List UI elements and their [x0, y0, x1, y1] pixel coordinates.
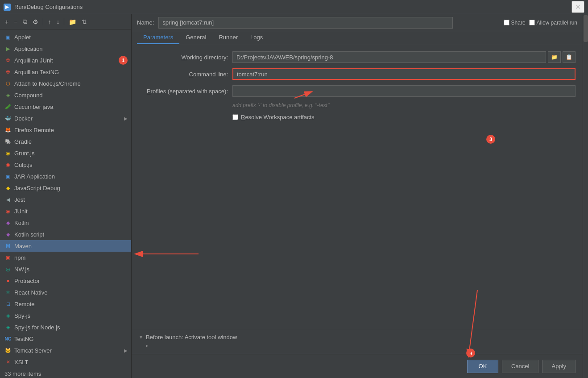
- sidebar-item-label-jar: JAR Application: [14, 173, 128, 180]
- working-dir-folder-btn[interactable]: 📁: [548, 51, 561, 63]
- sidebar-item-docker[interactable]: 🐳 Docker ▶: [0, 112, 131, 124]
- tab-parameters[interactable]: Parameters: [137, 31, 179, 44]
- gulpjs-icon: ◉: [4, 161, 12, 168]
- apply-button[interactable]: Apply: [542, 360, 576, 373]
- before-launch-toggle[interactable]: ▼: [139, 335, 143, 340]
- sidebar-item-kotlin-script[interactable]: ◆ Kotlin script: [0, 228, 131, 240]
- applet-icon: ▣: [4, 33, 12, 41]
- sidebar-item-arquillian-junit[interactable]: ☢ Arquillian JUnit 1: [0, 54, 131, 66]
- tab-runner[interactable]: Runner: [212, 31, 244, 44]
- resolve-checkbox[interactable]: [232, 114, 238, 120]
- sidebar-item-cucumber[interactable]: 🥒 Cucumber java: [0, 101, 131, 112]
- sidebar-item-gruntjs[interactable]: ◉ Grunt.js: [0, 147, 131, 159]
- sidebar-item-js-debug[interactable]: ◆ JavaScript Debug: [0, 182, 131, 194]
- profiles-input[interactable]: [232, 85, 576, 97]
- ok-button[interactable]: OK: [467, 360, 498, 373]
- tab-general[interactable]: General: [179, 31, 212, 44]
- sidebar-item-npm[interactable]: ▣ npm: [0, 252, 131, 263]
- share-area: Share Allow parallel run: [504, 20, 577, 26]
- nwjs-icon: ◎: [4, 266, 12, 273]
- sidebar-item-arquillian-testng[interactable]: ☢ Arquillian TestNG: [0, 66, 131, 78]
- sidebar-item-spy-js[interactable]: ◈ Spy-js: [0, 310, 131, 321]
- sidebar-item-label-xslt: XSLT: [14, 359, 128, 366]
- tab-logs[interactable]: Logs: [244, 31, 269, 44]
- gruntjs-icon: ◉: [4, 150, 12, 157]
- sidebar-item-firefox[interactable]: 🦊 Firefox Remote: [0, 124, 131, 136]
- toolbar-separator-1: [43, 18, 43, 25]
- sidebar-item-label-compound: Compound: [14, 92, 128, 99]
- move-down-button[interactable]: ↓: [54, 17, 62, 27]
- close-button[interactable]: ✕: [571, 1, 584, 13]
- toolbar-separator-2: [64, 18, 64, 25]
- tomcat-arrow: ▶: [124, 348, 128, 353]
- parallel-label[interactable]: Allow parallel run: [529, 20, 577, 26]
- copy-config-button[interactable]: ⧉: [21, 17, 29, 27]
- sidebar-item-more[interactable]: 33 more items: [0, 368, 131, 378]
- working-dir-input[interactable]: [232, 51, 546, 63]
- sidebar-item-label-arquillian-junit: Arquillian JUnit: [14, 57, 128, 64]
- share-checkbox[interactable]: [504, 20, 509, 25]
- cucumber-icon: 🥒: [4, 103, 12, 110]
- sidebar-item-label-applet: Applet: [14, 34, 128, 41]
- folder-button[interactable]: 📁: [66, 17, 79, 27]
- tomcat-icon: 🐱: [4, 347, 12, 354]
- step3-badge: 3: [486, 135, 495, 144]
- firefox-icon: 🦊: [4, 126, 12, 133]
- sidebar-item-junit[interactable]: ◉ JUnit: [0, 205, 131, 217]
- remove-config-button[interactable]: −: [12, 17, 20, 27]
- sidebar-item-protractor[interactable]: ● Protractor: [0, 275, 131, 287]
- share-text: Share: [511, 20, 526, 26]
- title-bar: ▶ Run/Debug Configurations ✕: [0, 0, 588, 14]
- sidebar-item-compound[interactable]: ◈ Compound: [0, 89, 131, 101]
- jest-icon: ◀: [4, 196, 12, 203]
- application-icon: ▶: [4, 45, 12, 52]
- sidebar-item-jest[interactable]: ◀ Jest: [0, 194, 131, 205]
- docker-arrow: ▶: [124, 116, 128, 121]
- working-dir-var-btn[interactable]: 📋: [563, 51, 576, 63]
- scrollbar[interactable]: [583, 14, 588, 378]
- sidebar-item-remote[interactable]: ⊟ Remote: [0, 298, 131, 310]
- sidebar-item-testng[interactable]: NG TestNG: [0, 333, 131, 345]
- sidebar-toolbar: + − ⧉ ⚙ ↑ ↓ 📁 ⇅: [0, 14, 131, 29]
- sidebar-item-label-nwjs: NW.js: [14, 266, 128, 273]
- sidebar-item-gradle[interactable]: 🐘 Gradle: [0, 136, 131, 147]
- js-debug-icon: ◆: [4, 184, 12, 191]
- arquillian-junit-icon: ☢: [4, 57, 12, 64]
- working-dir-row: Working directory: 📁 📋: [139, 51, 576, 63]
- add-config-button[interactable]: +: [3, 17, 11, 27]
- junit-icon: ◉: [4, 208, 12, 215]
- sidebar-item-gulpjs[interactable]: ◉ Gulp.js: [0, 159, 131, 170]
- window-title: Run/Debug Configurations: [14, 4, 568, 10]
- settings-button[interactable]: ⚙: [30, 17, 41, 27]
- sidebar-item-label-spy-js-node: Spy-js for Node.js: [14, 324, 128, 331]
- share-label[interactable]: Share: [504, 20, 526, 26]
- sidebar: + − ⧉ ⚙ ↑ ↓ 📁 ⇅ ▣ Applet ▶: [0, 14, 132, 378]
- sidebar-item-tomcat[interactable]: 🐱 Tomcat Server ▶: [0, 345, 131, 356]
- profiles-label: Profiles (separated with space):: [139, 88, 228, 95]
- sidebar-item-attach-node[interactable]: ⬡ Attach to Node.js/Chrome: [0, 78, 131, 89]
- sort-button[interactable]: ⇅: [79, 17, 89, 27]
- sidebar-item-kotlin[interactable]: ◆ Kotlin: [0, 217, 131, 228]
- sidebar-item-spy-js-node[interactable]: ◈ Spy-js for Node.js: [0, 321, 131, 333]
- sidebar-item-applet[interactable]: ▣ Applet: [0, 31, 131, 43]
- command-line-row: Command line:: [139, 68, 576, 80]
- react-native-icon: ⚛: [4, 289, 12, 296]
- parallel-checkbox[interactable]: [529, 20, 535, 25]
- sidebar-items-list: ▣ Applet ▶ Application ☢ Arquillian JUni…: [0, 29, 131, 378]
- app-icon: ▶: [4, 4, 11, 11]
- step4-badge: 4: [466, 349, 475, 357]
- spy-js-node-icon: ◈: [4, 324, 12, 331]
- sidebar-item-application[interactable]: ▶ Application: [0, 43, 131, 54]
- jar-icon: ▣: [4, 173, 12, 180]
- sidebar-item-label-gulpjs: Gulp.js: [14, 162, 128, 168]
- name-input[interactable]: [158, 17, 453, 29]
- sidebar-item-maven[interactable]: M Maven: [0, 240, 131, 252]
- sidebar-item-react-native[interactable]: ⚛ React Native: [0, 287, 131, 298]
- move-up-button[interactable]: ↑: [46, 17, 53, 27]
- command-line-input[interactable]: [232, 68, 576, 80]
- sidebar-item-jar[interactable]: ▣ JAR Application: [0, 170, 131, 182]
- gradle-icon: 🐘: [4, 138, 12, 145]
- sidebar-item-xslt[interactable]: ✕ XSLT: [0, 356, 131, 368]
- sidebar-item-nwjs[interactable]: ◎ NW.js: [0, 263, 131, 275]
- cancel-button[interactable]: Cancel: [502, 360, 538, 373]
